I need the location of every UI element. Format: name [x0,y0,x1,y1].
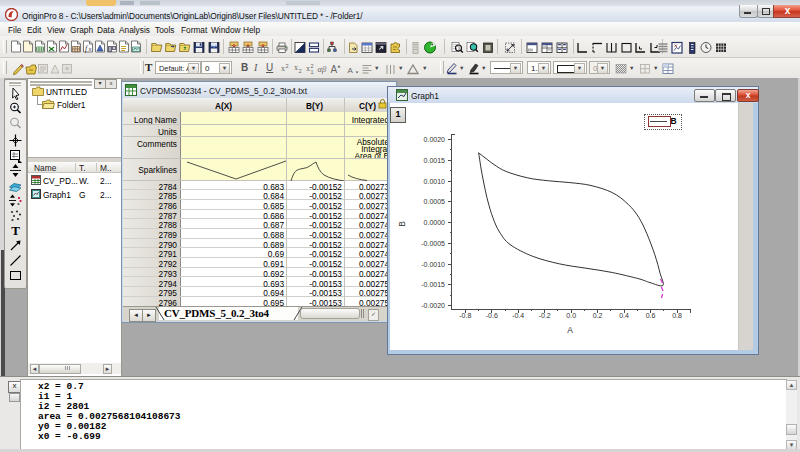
svg-text:x: x [306,63,310,72]
svg-text:2: 2 [286,62,289,68]
svg-text:-0.6: -0.6 [486,312,498,319]
svg-text:A: A [567,325,573,335]
svg-text:0.6: 0.6 [646,312,656,319]
svg-text:x: x [89,46,92,52]
svg-text:0.0005: 0.0005 [424,198,446,205]
svg-text:x: x [294,62,298,71]
svg-text:-0.0010: -0.0010 [421,261,445,268]
svg-text:2: 2 [311,62,314,68]
svg-text:2: 2 [299,68,302,74]
svg-text:0.0020: 0.0020 [424,136,446,143]
svg-text:0.0010: 0.0010 [424,178,446,185]
svg-text:0.0000: 0.0000 [424,219,446,226]
svg-text:-0.0005: -0.0005 [421,240,445,247]
svg-text:0.0: 0.0 [566,312,576,319]
svg-text:-0.0020: -0.0020 [421,302,445,309]
svg-text:B: B [397,221,407,227]
svg-text:-0.4: -0.4 [512,312,524,319]
svg-text:0.8: 0.8 [672,312,682,319]
svg-text:-0.0015: -0.0015 [421,281,445,288]
svg-text:x: x [281,64,285,73]
svg-text:0.0015: 0.0015 [424,157,446,164]
svg-text:A: A [348,65,354,74]
svg-text:A: A [331,63,338,74]
svg-text:1: 1 [311,69,314,75]
svg-text:-0.8: -0.8 [459,312,471,319]
svg-text:-0.2: -0.2 [539,312,551,319]
svg-text:αβ: αβ [318,63,327,73]
svg-text:0.2: 0.2 [593,312,603,319]
svg-text:0.4: 0.4 [619,312,629,319]
